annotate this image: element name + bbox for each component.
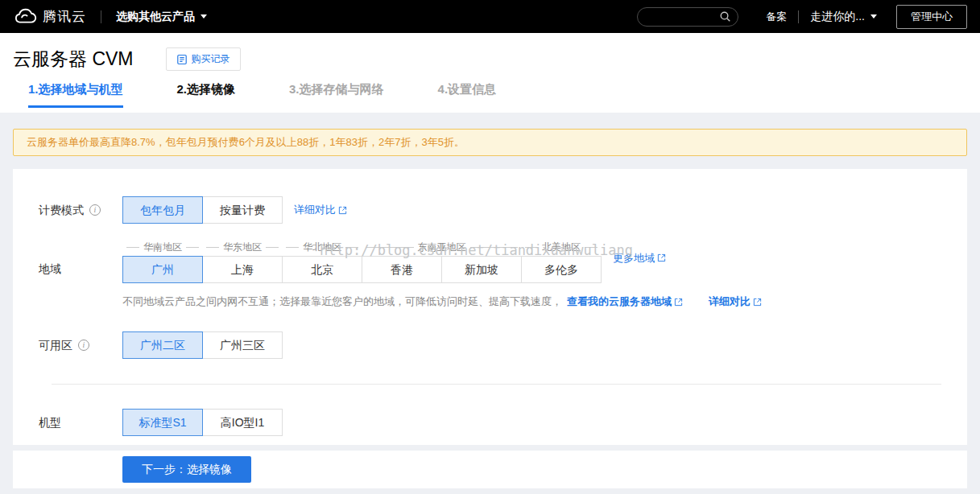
tab-step-2[interactable]: 2.选择镜像 [177, 82, 236, 108]
region-label: 地域 [39, 240, 122, 283]
other-products-menu[interactable]: 选购其他云产品 [116, 10, 207, 24]
tab-step-4: 4.设置信息 [438, 82, 497, 108]
cloud-logo-icon [13, 8, 37, 25]
region-label-text: 地域 [39, 262, 61, 276]
footer-bar: 下一步：选择镜像 [13, 451, 967, 488]
region-group-label: 北美地区 [521, 240, 602, 254]
option-button[interactable]: 多伦多 [521, 256, 602, 283]
region-group: 华南地区广州 [122, 240, 203, 283]
divider [101, 10, 101, 23]
billing-compare-label: 详细对比 [294, 203, 336, 217]
records-icon [176, 54, 188, 65]
region-group: 华东地区上海 [202, 240, 283, 283]
promo-notice-text: 云服务器单价最高直降8.7%，包年包月预付费6个月及以上88折，1年83折，2年… [27, 135, 465, 150]
region-city-options: 上海 [202, 256, 283, 283]
region-group-label: 华南地区 [122, 240, 203, 254]
zone-label-text: 可用区 [39, 339, 72, 352]
tab-step-3: 3.选择存储与网络 [289, 82, 384, 108]
region-group: 华北地区北京 [282, 240, 362, 283]
region-city-options: 香港新加坡 [362, 256, 522, 283]
zone-label: 可用区 [39, 331, 122, 359]
search-box[interactable] [637, 7, 738, 27]
chevron-down-icon [870, 14, 877, 19]
tab-step-1[interactable]: 1.选择地域与机型 [28, 82, 123, 108]
promo-notice-banner: 云服务器单价最高直降8.7%，包年包月预付费6个月及以上88折，1年83折，2年… [13, 129, 967, 156]
region-group-label: 华东地区 [202, 240, 283, 254]
region-group-name: 北美地区 [542, 241, 581, 254]
main-area: 云服务器单价最高直降8.7%，包年包月预付费6个月及以上88折，1年83折，2年… [0, 113, 980, 445]
region-group: 东南亚地区香港新加坡 [362, 240, 522, 283]
purchase-records-button[interactable]: 购买记录 [166, 47, 241, 71]
option-button[interactable]: 包年包月 [122, 196, 203, 224]
my-servers-region-link[interactable]: 查看我的云服务器地域 [567, 294, 683, 309]
billing-mode-label: 计费模式 [39, 196, 122, 224]
region-group-name: 华南地区 [143, 241, 182, 254]
region-group-name: 东南亚地区 [418, 241, 466, 254]
next-step-button[interactable]: 下一步：选择镜像 [122, 456, 251, 483]
zone-options: 广州二区广州三区 [122, 331, 283, 359]
option-button[interactable]: 广州二区 [122, 331, 203, 359]
page-header: 云服务器 CVM 购买记录 1.选择地域与机型 2.选择镜像 3.选择存储与网络… [0, 33, 980, 113]
zone-row: 可用区 广州二区广州三区 [39, 331, 941, 359]
page-title: 云服务器 CVM [13, 47, 134, 72]
logo-text: 腾讯云 [43, 7, 86, 26]
external-link-icon [338, 206, 347, 215]
external-link-icon [674, 298, 683, 307]
purchase-records-label: 购买记录 [192, 52, 230, 66]
other-products-label: 选购其他云产品 [116, 10, 195, 24]
region-description-text: 不同地域云产品之间内网不互通；选择最靠近您客户的地域，可降低访问时延、提高下载速… [122, 294, 562, 309]
region-city-options: 广州 [122, 256, 203, 283]
billing-compare-link[interactable]: 详细对比 [294, 203, 347, 217]
instance-type-label: 机型 [39, 409, 122, 436]
config-card: 计费模式 包年包月按量计费 详细对比 地域 华南地区广州华东地区上海华北地区北京… [13, 169, 967, 445]
step-tabs: 1.选择地域与机型 2.选择镜像 3.选择存储与网络 4.设置信息 [13, 82, 967, 108]
info-icon[interactable] [78, 340, 89, 351]
region-group: 北美地区多伦多 [521, 240, 602, 283]
visit-menu[interactable]: 走进你的... [810, 10, 877, 24]
tencent-cloud-logo[interactable]: 腾讯云 [13, 7, 86, 26]
option-button[interactable]: 北京 [282, 256, 362, 283]
region-description: 不同地域云产品之间内网不互通；选择最靠近您客户的地域，可降低访问时延、提高下载速… [122, 294, 941, 309]
divider [798, 10, 799, 23]
beian-link[interactable]: 备案 [766, 10, 787, 24]
option-button[interactable]: 按量计费 [202, 196, 283, 224]
region-compare-label: 详细对比 [709, 294, 751, 309]
external-link-icon [657, 253, 666, 262]
instance-type-row: 机型 标准型S1高IO型I1 [39, 409, 941, 436]
instance-options: 标准型S1高IO型I1 [122, 409, 283, 436]
region-group-label: 东南亚地区 [362, 240, 522, 254]
option-button[interactable]: 标准型S1 [122, 409, 203, 436]
billing-options: 包年包月按量计费 [122, 196, 283, 224]
chevron-down-icon [201, 14, 207, 19]
more-regions-label: 更多地域 [613, 251, 655, 266]
search-icon [719, 10, 731, 23]
instance-type-label-text: 机型 [39, 416, 61, 430]
topbar-right: 备案 走进你的... 管理中心 [637, 5, 967, 29]
search-input[interactable] [647, 11, 719, 23]
option-button[interactable]: 上海 [202, 256, 283, 283]
more-regions-link[interactable]: 更多地域 [613, 240, 666, 276]
my-servers-region-label: 查看我的云服务器地域 [567, 294, 672, 309]
option-button[interactable]: 高IO型I1 [202, 409, 283, 436]
option-button[interactable]: 广州 [122, 256, 203, 283]
option-button[interactable]: 新加坡 [441, 256, 522, 283]
region-group-name: 华北地区 [303, 241, 341, 254]
billing-mode-label-text: 计费模式 [39, 204, 84, 217]
region-row: 地域 华南地区广州华东地区上海华北地区北京东南亚地区香港新加坡北美地区多伦多 更… [39, 240, 941, 283]
visit-menu-label: 走进你的... [810, 10, 865, 24]
region-groups: 华南地区广州华东地区上海华北地区北京东南亚地区香港新加坡北美地区多伦多 [122, 240, 602, 283]
region-group-name: 华东地区 [223, 241, 262, 254]
region-group-label: 华北地区 [282, 240, 362, 254]
region-city-options: 多伦多 [521, 256, 602, 283]
option-button[interactable]: 广州三区 [202, 331, 283, 359]
console-button[interactable]: 管理中心 [896, 5, 967, 29]
external-link-icon [753, 298, 762, 307]
region-compare-link[interactable]: 详细对比 [709, 294, 762, 309]
top-navbar: 腾讯云 选购其他云产品 备案 走进你的... 管理中心 [0, 0, 980, 33]
info-icon[interactable] [89, 204, 101, 216]
billing-mode-row: 计费模式 包年包月按量计费 详细对比 [39, 196, 941, 224]
option-button[interactable]: 香港 [362, 256, 442, 283]
region-city-options: 北京 [282, 256, 362, 283]
section-divider [52, 384, 941, 385]
